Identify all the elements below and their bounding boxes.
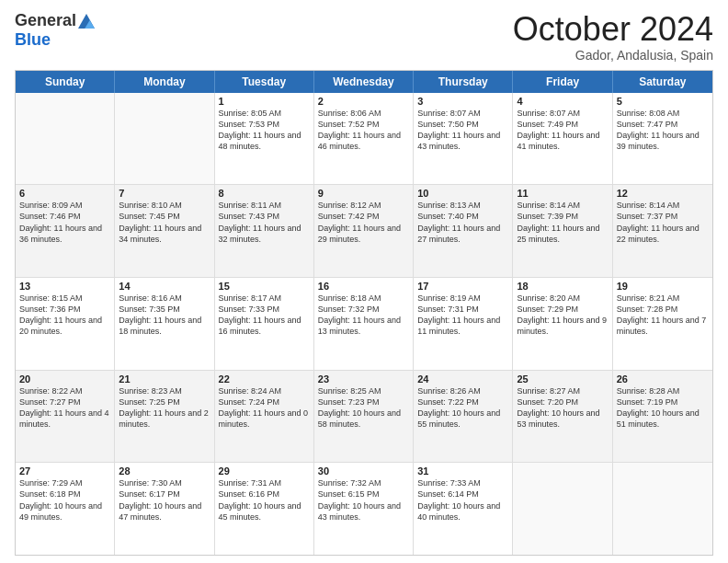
table-row: 19Sunrise: 8:21 AMSunset: 7:28 PMDayligh…: [613, 278, 712, 370]
header: General Blue October 2024 Gador, Andalus…: [15, 11, 713, 63]
day-number: 14: [119, 281, 210, 292]
day-number: 16: [318, 281, 409, 292]
table-row: 24Sunrise: 8:26 AMSunset: 7:22 PMDayligh…: [414, 371, 513, 463]
table-row: 9Sunrise: 8:12 AMSunset: 7:42 PMDaylight…: [314, 185, 414, 277]
day-number: 20: [19, 373, 110, 385]
calendar-row: 1Sunrise: 8:05 AMSunset: 7:53 PMDaylight…: [16, 93, 712, 185]
table-row: 25Sunrise: 8:27 AMSunset: 7:20 PMDayligh…: [513, 371, 612, 463]
table-row: 1Sunrise: 8:05 AMSunset: 7:53 PMDaylight…: [215, 93, 314, 185]
cell-info: Sunrise: 8:14 AMSunset: 7:39 PMDaylight:…: [517, 201, 599, 243]
calendar-header: Sunday Monday Tuesday Wednesday Thursday…: [16, 71, 712, 93]
cell-info: Sunrise: 8:21 AMSunset: 7:28 PMDaylight:…: [617, 293, 707, 336]
table-row: 20Sunrise: 8:22 AMSunset: 7:27 PMDayligh…: [16, 371, 115, 463]
cell-info: Sunrise: 8:14 AMSunset: 7:37 PMDaylight:…: [617, 201, 700, 243]
table-row: 3Sunrise: 8:07 AMSunset: 7:50 PMDaylight…: [414, 93, 513, 185]
calendar: Sunday Monday Tuesday Wednesday Thursday…: [15, 70, 713, 556]
day-number: 17: [417, 281, 508, 292]
table-row: [613, 463, 712, 555]
cell-info: Sunrise: 8:07 AMSunset: 7:50 PMDaylight:…: [417, 109, 500, 151]
table-row: 27Sunrise: 7:29 AMSunset: 6:18 PMDayligh…: [16, 463, 115, 555]
table-row: 28Sunrise: 7:30 AMSunset: 6:17 PMDayligh…: [115, 463, 214, 555]
header-sunday: Sunday: [16, 71, 115, 93]
logo-general-text: General: [15, 11, 76, 30]
cell-info: Sunrise: 8:08 AMSunset: 7:47 PMDaylight:…: [617, 109, 700, 151]
page: General Blue October 2024 Gador, Andalus…: [0, 0, 728, 563]
table-row: 29Sunrise: 7:31 AMSunset: 6:16 PMDayligh…: [215, 463, 314, 555]
cell-info: Sunrise: 8:15 AMSunset: 7:36 PMDaylight:…: [19, 293, 102, 336]
header-thursday: Thursday: [414, 71, 513, 93]
cell-info: Sunrise: 8:28 AMSunset: 7:19 PMDaylight:…: [617, 386, 700, 429]
day-number: 21: [119, 373, 210, 385]
table-row: 30Sunrise: 7:32 AMSunset: 6:15 PMDayligh…: [314, 463, 414, 555]
cell-info: Sunrise: 8:24 AMSunset: 7:24 PMDaylight:…: [219, 386, 309, 429]
day-number: 13: [19, 281, 110, 292]
logo-blue-text: Blue: [15, 30, 51, 50]
header-wednesday: Wednesday: [314, 71, 414, 93]
table-row: 4Sunrise: 8:07 AMSunset: 7:49 PMDaylight…: [513, 93, 612, 185]
cell-info: Sunrise: 8:05 AMSunset: 7:53 PMDaylight:…: [219, 109, 301, 151]
cell-info: Sunrise: 8:22 AMSunset: 7:27 PMDaylight:…: [19, 386, 109, 429]
day-number: 27: [19, 465, 110, 477]
cell-info: Sunrise: 8:07 AMSunset: 7:49 PMDaylight:…: [517, 109, 599, 151]
cell-info: Sunrise: 8:16 AMSunset: 7:35 PMDaylight:…: [119, 293, 201, 336]
calendar-row: 20Sunrise: 8:22 AMSunset: 7:27 PMDayligh…: [16, 370, 712, 463]
day-number: 5: [617, 96, 709, 107]
cell-info: Sunrise: 7:33 AMSunset: 6:14 PMDaylight:…: [417, 478, 500, 521]
table-row: 23Sunrise: 8:25 AMSunset: 7:23 PMDayligh…: [314, 371, 414, 463]
day-number: 12: [617, 188, 709, 199]
table-row: 6Sunrise: 8:09 AMSunset: 7:46 PMDaylight…: [16, 185, 115, 277]
table-row: [115, 93, 214, 185]
header-monday: Monday: [115, 71, 214, 93]
cell-info: Sunrise: 7:31 AMSunset: 6:16 PMDaylight:…: [219, 478, 301, 521]
day-number: 31: [417, 465, 508, 477]
header-saturday: Saturday: [613, 71, 712, 93]
header-friday: Friday: [513, 71, 612, 93]
title-area: October 2024 Gador, Andalusia, Spain: [513, 11, 713, 63]
day-number: 10: [417, 188, 508, 199]
day-number: 8: [219, 188, 310, 199]
table-row: 17Sunrise: 8:19 AMSunset: 7:31 PMDayligh…: [414, 278, 513, 370]
cell-info: Sunrise: 8:10 AMSunset: 7:45 PMDaylight:…: [119, 201, 201, 243]
cell-info: Sunrise: 8:11 AMSunset: 7:43 PMDaylight:…: [219, 201, 301, 243]
cell-info: Sunrise: 7:32 AMSunset: 6:15 PMDaylight:…: [318, 478, 401, 521]
table-row: 14Sunrise: 8:16 AMSunset: 7:35 PMDayligh…: [115, 278, 214, 370]
day-number: 9: [318, 188, 409, 199]
cell-info: Sunrise: 8:06 AMSunset: 7:52 PMDaylight:…: [318, 109, 401, 151]
table-row: 12Sunrise: 8:14 AMSunset: 7:37 PMDayligh…: [613, 185, 712, 277]
day-number: 28: [119, 465, 210, 477]
day-number: 22: [219, 373, 310, 385]
cell-info: Sunrise: 8:26 AMSunset: 7:22 PMDaylight:…: [417, 386, 500, 429]
month-title: October 2024: [513, 11, 713, 48]
table-row: [513, 463, 612, 555]
table-row: [16, 93, 115, 185]
table-row: 2Sunrise: 8:06 AMSunset: 7:52 PMDaylight…: [314, 93, 414, 185]
table-row: 16Sunrise: 8:18 AMSunset: 7:32 PMDayligh…: [314, 278, 414, 370]
cell-info: Sunrise: 8:27 AMSunset: 7:20 PMDaylight:…: [517, 386, 599, 429]
table-row: 10Sunrise: 8:13 AMSunset: 7:40 PMDayligh…: [414, 185, 513, 277]
day-number: 30: [318, 465, 409, 477]
cell-info: Sunrise: 8:17 AMSunset: 7:33 PMDaylight:…: [219, 293, 301, 336]
table-row: 11Sunrise: 8:14 AMSunset: 7:39 PMDayligh…: [513, 185, 612, 277]
day-number: 25: [517, 373, 608, 385]
calendar-row: 27Sunrise: 7:29 AMSunset: 6:18 PMDayligh…: [16, 462, 712, 555]
day-number: 24: [417, 373, 508, 385]
logo-icon: [78, 13, 95, 29]
day-number: 6: [19, 188, 110, 199]
table-row: 13Sunrise: 8:15 AMSunset: 7:36 PMDayligh…: [16, 278, 115, 370]
cell-info: Sunrise: 8:25 AMSunset: 7:23 PMDaylight:…: [318, 386, 401, 429]
cell-info: Sunrise: 8:23 AMSunset: 7:25 PMDaylight:…: [119, 386, 209, 429]
table-row: 26Sunrise: 8:28 AMSunset: 7:19 PMDayligh…: [613, 371, 712, 463]
table-row: 21Sunrise: 8:23 AMSunset: 7:25 PMDayligh…: [115, 371, 214, 463]
day-number: 26: [617, 373, 709, 385]
day-number: 2: [318, 96, 409, 107]
table-row: 5Sunrise: 8:08 AMSunset: 7:47 PMDaylight…: [613, 93, 712, 185]
logo: General Blue: [15, 11, 95, 50]
table-row: 7Sunrise: 8:10 AMSunset: 7:45 PMDaylight…: [115, 185, 214, 277]
day-number: 29: [219, 465, 310, 477]
table-row: 31Sunrise: 7:33 AMSunset: 6:14 PMDayligh…: [414, 463, 513, 555]
day-number: 23: [318, 373, 409, 385]
calendar-row: 6Sunrise: 8:09 AMSunset: 7:46 PMDaylight…: [16, 184, 712, 277]
table-row: 8Sunrise: 8:11 AMSunset: 7:43 PMDaylight…: [215, 185, 314, 277]
cell-info: Sunrise: 8:13 AMSunset: 7:40 PMDaylight:…: [417, 201, 500, 243]
table-row: 15Sunrise: 8:17 AMSunset: 7:33 PMDayligh…: [215, 278, 314, 370]
